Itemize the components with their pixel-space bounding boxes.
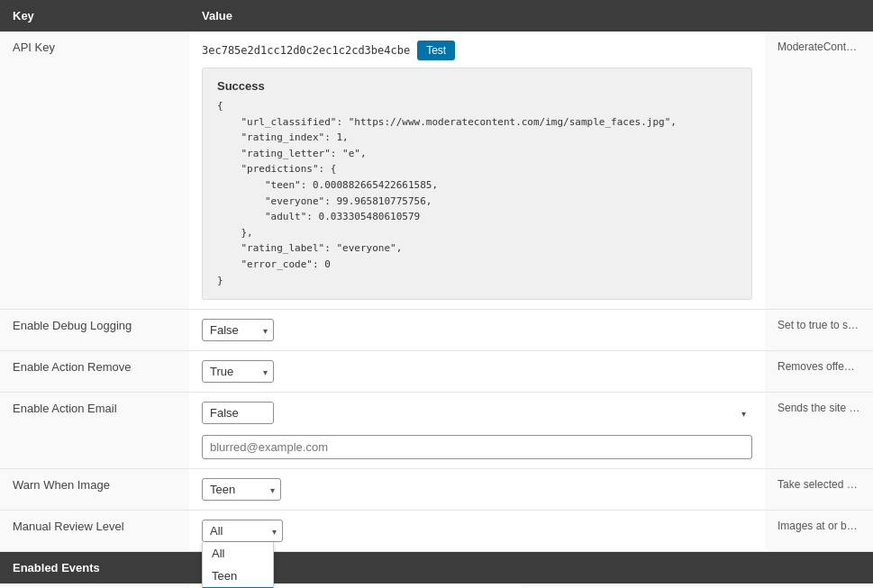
dropdown-item-all[interactable]: All (203, 542, 273, 565)
dropdown-item-teen[interactable]: Teen (203, 565, 273, 587)
warn-image-label: Warn When Image (0, 469, 189, 511)
api-test-result-box: Success { "url_classified": "https://www… (202, 68, 752, 300)
enabled-events-header: Enabled Events (0, 552, 873, 583)
api-key-value-cell: 3ec785e2d1cc12d0c2ec1c2cd3be4cbe Test Su… (189, 32, 765, 310)
action-remove-row: Enable Action Remove True False ▾ Remove… (0, 351, 873, 393)
action-remove-select[interactable]: True False (202, 360, 274, 383)
manual-review-row: Manual Review Level All Teen Adult Explo… (0, 511, 873, 552)
success-label: Success (217, 79, 737, 93)
column-header-extra (765, 0, 873, 32)
manual-review-select[interactable]: All Teen Adult Exploited (202, 520, 283, 542)
api-key-row: API Key 3ec785e2d1cc12d0c2ec1c2cd3be4cbe… (0, 32, 873, 310)
api-key-description: ModerateConte... (765, 32, 873, 310)
manual-review-label: Manual Review Level (0, 511, 189, 552)
test-button[interactable]: Test (417, 41, 455, 60)
upload-event-row: wp_handle_upload True ▾ Should t (0, 583, 873, 588)
api-key-text: 3ec785e2d1cc12d0c2ec1c2cd3be4cbe (202, 44, 410, 57)
warn-image-description: Take selected actio (765, 469, 873, 511)
json-response: { "url_classified": "https://www.moderat… (217, 98, 737, 288)
action-remove-description: Removes offending (765, 351, 873, 393)
warn-image-select[interactable]: All Teen Adult Exploited (202, 478, 281, 501)
events-table: wp_handle_upload True ▾ Should t (0, 583, 873, 588)
manual-review-description: Images at or below (765, 511, 873, 552)
upload-event-label: wp_handle_upload (0, 583, 189, 588)
action-remove-value-cell: True False ▾ (189, 351, 765, 393)
action-email-value-cell: False True ▾ (189, 393, 765, 469)
action-remove-label: Enable Action Remove (0, 351, 189, 393)
api-key-label: API Key (0, 32, 189, 310)
warn-image-value-cell: All Teen Adult Exploited ▾ (189, 469, 765, 511)
action-email-select-arrow: ▾ (741, 408, 746, 418)
debug-logging-select[interactable]: False True (202, 319, 274, 341)
action-email-input[interactable] (202, 435, 752, 459)
action-email-select[interactable]: False True (202, 402, 274, 424)
column-header-key: Key (0, 0, 189, 32)
column-header-value: Value (189, 0, 765, 32)
debug-logging-description: Set to true to see d (765, 310, 873, 351)
debug-logging-label: Enable Debug Logging (0, 310, 189, 351)
upload-event-description: Should t (522, 583, 873, 588)
action-email-description: Sends the site adm (765, 393, 873, 469)
debug-logging-value-cell: False True ▾ (189, 310, 765, 351)
manual-review-value-cell: All Teen Adult Exploited ▾ All Teen Adul… (189, 511, 765, 552)
manual-review-dropdown-container[interactable]: All Teen Adult Exploited ▾ All Teen Adul… (202, 520, 283, 542)
warn-image-row: Warn When Image All Teen Adult Exploited… (0, 469, 873, 511)
action-email-label: Enable Action Email (0, 393, 189, 469)
debug-logging-row: Enable Debug Logging False True ▾ Set to… (0, 310, 873, 351)
action-email-row: Enable Action Email False True ▾ Sends t… (0, 393, 873, 469)
manual-review-dropdown-menu: All Teen Adult Exploited (202, 542, 274, 588)
settings-table: Key Value API Key 3ec785e2d1cc12d0c2ec1c… (0, 0, 873, 552)
